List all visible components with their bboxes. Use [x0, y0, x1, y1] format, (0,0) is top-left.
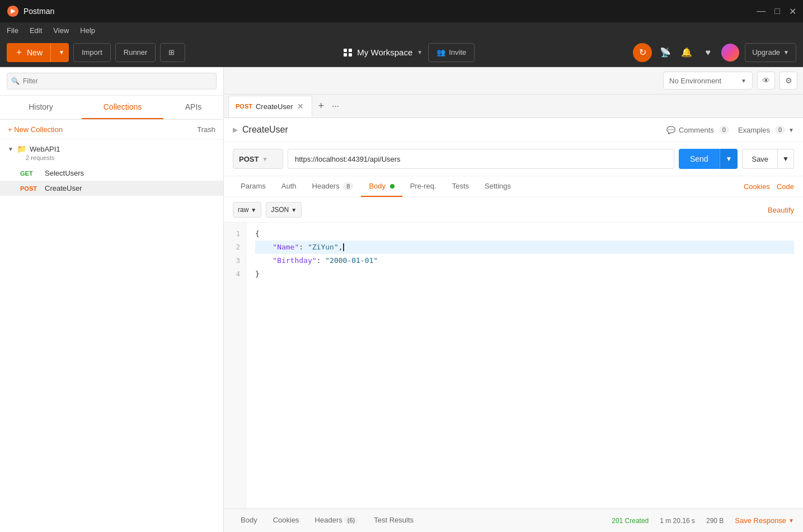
- trash-label: Trash: [197, 125, 215, 134]
- token-name-key: "Name": [255, 241, 299, 254]
- json-format-selector[interactable]: JSON ▼: [266, 202, 302, 218]
- new-button-main[interactable]: ＋ New: [7, 43, 51, 62]
- titlebar-controls: — □ ✕: [757, 6, 796, 17]
- tab-history[interactable]: History: [0, 96, 82, 119]
- code-editor[interactable]: 1 2 3 4 { "Name" : "ZiYun" ,: [224, 223, 803, 509]
- settings-label: Settings: [485, 182, 511, 190]
- import-button[interactable]: Import: [73, 43, 111, 62]
- request-item-createuser[interactable]: POST CreateUser: [0, 181, 223, 196]
- app-logo: [7, 5, 19, 17]
- tab-tests[interactable]: Tests: [444, 176, 477, 197]
- workspace-switcher-button[interactable]: ⊞: [160, 43, 185, 62]
- tab-method-badge: POST: [236, 103, 252, 110]
- collection-webapi1[interactable]: ▼ 📁 WebAPI1 2 requests: [0, 140, 223, 166]
- menu-edit[interactable]: Edit: [30, 26, 42, 35]
- environment-selector[interactable]: No Environment ▼: [663, 72, 753, 90]
- raw-format-selector[interactable]: raw ▼: [233, 202, 261, 218]
- save-label: Save: [752, 155, 768, 163]
- request-header-right: 💬 Comments 0 Examples 0 ▼: [666, 126, 794, 134]
- collections-tab-label: Collections: [104, 102, 142, 111]
- new-collection-button[interactable]: + New Collection: [8, 125, 63, 134]
- req-tabs-right: Cookies Code: [744, 182, 794, 191]
- history-tab-label: History: [29, 102, 53, 111]
- send-dropdown-button[interactable]: ▼: [720, 149, 738, 169]
- env-eye-button[interactable]: 👁: [757, 72, 775, 90]
- env-gear-button[interactable]: ⚙: [779, 72, 797, 90]
- comments-button[interactable]: 💬 Comments 0: [666, 126, 729, 134]
- save-response-button[interactable]: Save Response ▼: [735, 516, 794, 525]
- maximize-button[interactable]: □: [774, 6, 780, 17]
- save-button[interactable]: Save: [742, 149, 778, 169]
- url-bar: POST ▼ Send ▼ Save ▼: [224, 142, 803, 176]
- new-collection-label: + New Collection: [8, 125, 63, 134]
- response-tab-cookies[interactable]: Cookies: [265, 509, 307, 533]
- new-dropdown-arrow[interactable]: ▼: [54, 43, 69, 62]
- upgrade-button[interactable]: Upgrade ▼: [745, 43, 796, 62]
- workspace-grid-icon: [344, 49, 353, 57]
- cookies-link-button[interactable]: Cookies: [744, 182, 770, 191]
- tab-apis[interactable]: APIs: [163, 96, 223, 119]
- examples-label: Examples: [738, 126, 770, 134]
- tab-body[interactable]: Body: [361, 176, 402, 197]
- beautify-label: Beautify: [768, 206, 794, 214]
- minimize-button[interactable]: —: [757, 6, 766, 17]
- code-link-button[interactable]: Code: [777, 182, 794, 191]
- apis-tab-label: APIs: [185, 102, 202, 111]
- tab-prereq[interactable]: Pre-req.: [402, 176, 444, 197]
- collection-header: ▼ 📁 WebAPI1: [8, 144, 215, 153]
- save-response-label: Save Response: [735, 516, 786, 525]
- cookies-label: Cookies: [744, 182, 770, 191]
- response-body-label: Body: [241, 516, 257, 524]
- workspace-button[interactable]: My Workspace ▼: [344, 48, 422, 57]
- send-dropdown-icon: ▼: [726, 155, 732, 163]
- token-birthday-key: "Birthday": [255, 254, 317, 267]
- response-tab-test-results[interactable]: Test Results: [366, 509, 421, 533]
- more-icon: ···: [332, 101, 339, 111]
- code-line-1: {: [255, 227, 794, 241]
- response-bar: Body Cookies Headers (6) Test Results 20…: [224, 509, 803, 532]
- tab-headers[interactable]: Headers 8: [304, 176, 361, 197]
- token-brace-close: }: [255, 267, 260, 281]
- method-selector[interactable]: POST ▼: [233, 149, 283, 169]
- user-avatar[interactable]: [721, 44, 739, 62]
- request-item-selectusers[interactable]: GET SelectUsers: [0, 166, 223, 181]
- upgrade-label: Upgrade: [752, 48, 780, 57]
- prereq-label: Pre-req.: [410, 182, 436, 190]
- request-tab-createuser[interactable]: POST CreateUser ✕: [228, 96, 312, 117]
- runner-button[interactable]: Runner: [115, 43, 156, 62]
- line-number-2: 2: [229, 241, 240, 254]
- sync-button[interactable]: ↻: [633, 43, 652, 62]
- beautify-button[interactable]: Beautify: [768, 206, 794, 214]
- tab-close-button[interactable]: ✕: [296, 102, 305, 111]
- sidebar-filter-input[interactable]: [7, 73, 217, 90]
- close-button[interactable]: ✕: [789, 6, 796, 17]
- trash-button[interactable]: Trash: [197, 125, 215, 134]
- tab-collections[interactable]: Collections: [82, 96, 163, 119]
- toolbar-center: My Workspace ▼ 👥 Invite: [190, 43, 628, 62]
- tab-more-button[interactable]: ···: [328, 101, 342, 111]
- save-dropdown-button[interactable]: ▼: [778, 149, 794, 169]
- token-colon: :: [299, 241, 308, 254]
- tab-add-button[interactable]: +: [313, 100, 328, 112]
- upgrade-dropdown-icon: ▼: [783, 49, 789, 55]
- url-input[interactable]: [288, 149, 674, 169]
- request-options-tabs: Params Auth Headers 8 Body Pre-req. Test…: [224, 176, 803, 197]
- notification-button[interactable]: 🔔: [679, 45, 694, 60]
- body-content-indicator: [390, 184, 395, 189]
- satellite-button[interactable]: 📡: [658, 45, 673, 60]
- tab-auth[interactable]: Auth: [274, 176, 304, 197]
- heart-button[interactable]: ♥: [700, 45, 716, 60]
- raw-label: raw: [238, 206, 248, 214]
- response-tab-headers[interactable]: Headers (6): [307, 509, 367, 533]
- invite-button[interactable]: 👥 Invite: [428, 43, 475, 62]
- menu-file[interactable]: File: [7, 26, 18, 35]
- examples-button[interactable]: Examples 0 ▼: [738, 126, 794, 134]
- send-label: Send: [690, 154, 708, 163]
- menu-help[interactable]: Help: [80, 26, 95, 35]
- response-tab-body[interactable]: Body: [233, 509, 265, 533]
- menu-view[interactable]: View: [53, 26, 69, 35]
- new-button[interactable]: ＋ New ▼: [7, 43, 69, 62]
- tab-settings[interactable]: Settings: [477, 176, 519, 197]
- tab-params[interactable]: Params: [233, 176, 274, 197]
- send-button[interactable]: Send: [679, 149, 720, 169]
